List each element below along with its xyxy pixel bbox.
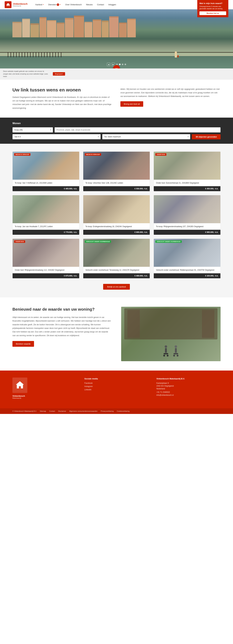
property-address: Te koop: Utrechtse Veer 12B, 2311NC Leid… (85, 182, 148, 184)
footer-logo-col: Makelaardij Vinkenbosch Makelaardij (12, 378, 77, 399)
property-address: Onder bod: Duinzichtstraat 21, 2341BW Oe… (156, 182, 218, 184)
waarde-title: Benieuwd naar de waarde van uw woning? (12, 307, 112, 312)
footer-instagram-link[interactable]: Instagram (84, 385, 149, 388)
property-card[interactable]: Nieuw in verkoop Te koop: Utrechtse Veer… (83, 152, 150, 191)
property-image: Onder bod (154, 152, 221, 180)
chevron-down-icon: ▼ (43, 4, 44, 5)
property-card[interactable]: Te koop: Rhijngeesterstraatweg 107, 2341… (154, 195, 221, 235)
logo-text-area: Vinkenbosch Makelaardij (13, 2, 27, 7)
property-address: Te koop: Endegeesterstraatweg 18, 2342AK… (85, 225, 148, 228)
footer-linkedin-link[interactable]: LinkedIn (84, 388, 149, 391)
footer-disclaimer-link[interactable]: Disclaimer (58, 410, 66, 412)
property-price: € 469.000,- k.k. (83, 273, 150, 278)
footer-brand-name: Vinkenbosch (12, 395, 77, 397)
property-badge: Nieuw in verkoop (14, 153, 30, 156)
search-row-2: Van € 0 ▼ Tot. Geen maximum ▼ 39 objecte… (12, 134, 221, 140)
property-card[interactable]: Verkocht onder voorbehoud Verkocht onder… (154, 238, 221, 278)
hero-dot-4[interactable] (125, 64, 126, 65)
notification-text: Ontvangt binnen 5 minuten een geschatte … (200, 6, 226, 10)
footer-bottom: © Vinkenbosch Makelaardij B.V. Sitemap C… (0, 408, 233, 414)
property-image (83, 195, 150, 223)
property-price: € 550.000,- k.k. (83, 186, 150, 191)
search-section: Wonen Koop (39) ▼ Van € 0 ▼ Tot. Geen ma… (0, 118, 233, 144)
waarde-image (121, 307, 221, 361)
property-address: Te koop: Jan van Houtkade 7, 2311PC Leid… (15, 225, 77, 228)
footer-facebook-link[interactable]: Facebook (84, 382, 149, 384)
hero-dot-2[interactable] (119, 64, 121, 65)
search-type-select[interactable]: Koop (39) (12, 127, 53, 132)
search-results-button[interactable]: 39 objecten gevonden (192, 134, 221, 140)
house-icon (6, 3, 10, 7)
notification-title: Wat is mijn huis waard? (200, 2, 226, 4)
property-card[interactable]: Onder bod Onder bod: Duinzichtstraat 21,… (154, 152, 221, 191)
footer-social-title: Sociale media (84, 378, 149, 380)
search-price-from-select[interactable]: Van € 0 (12, 134, 101, 140)
hero-image (0, 9, 233, 68)
footer-grid: Makelaardij Vinkenbosch Makelaardij Soci… (12, 378, 221, 399)
footer-logo-box: Makelaardij (12, 378, 27, 393)
property-card[interactable]: Nieuw in verkoop Te koop: Van 't Hoffstr… (12, 152, 79, 191)
property-price: € 875.000,- k.k. (12, 273, 79, 278)
bekijk-row: Bekijk al ons aanbod (12, 284, 221, 290)
bekijk-aanbod-button[interactable]: Bekijk al ons aanbod (103, 284, 130, 290)
property-badge: Nieuw in verkoop (85, 153, 101, 156)
nav-nieuws[interactable]: Nieuws (86, 4, 93, 6)
copyright-text: © Vinkenbosch Makelaardij B.V. (12, 410, 37, 412)
footer-sitemap-link[interactable]: Sitemap (40, 410, 46, 412)
footer-address: Kastanjelaan 9 (156, 382, 221, 384)
nav-diensten[interactable]: Diensten 9 ▼ (48, 4, 61, 6)
hero-prev-button[interactable]: ◀ (107, 63, 110, 66)
search-row-1: Koop (39) ▼ (12, 127, 221, 132)
footer-contact-link[interactable]: Contact (49, 410, 55, 412)
property-image: Onder bod (12, 239, 79, 267)
bereken-waarde-button[interactable]: Bereken waarde (12, 341, 34, 347)
notification-calc-button[interactable]: Bereken het nu (200, 11, 226, 15)
footer-company-title: Vinkenbosch Makelaardij B.V. (156, 378, 221, 380)
property-info: Te koop: Endegeesterstraatweg 18, 2342AK… (83, 223, 150, 230)
property-price: € 465.000,- k.k. (12, 186, 79, 191)
property-price: € 450.000,- k.k. (154, 186, 221, 191)
nav-aanbod[interactable]: Aanbod ▼ (35, 4, 44, 6)
property-info: Verkocht onder voorbehoud: Terweeweg 12,… (83, 267, 150, 273)
nav-over[interactable]: Over Vinkenbosch (65, 4, 82, 6)
cookie-bar: Deze website maakt gebruik van cookies o… (0, 68, 233, 80)
footer-phone: +31 71 2340022 (156, 391, 221, 393)
waarde-text: Altijd interessant om te weten: de waard… (12, 316, 112, 337)
property-image (12, 195, 79, 223)
property-address: Onder bod: Rhijngeesterstraatweg 112, 23… (15, 269, 77, 272)
footer-social-col: Sociale media Facebook Instagram LinkedI… (84, 378, 149, 399)
cookie-accept-button[interactable]: Begrepen! (53, 72, 65, 76)
property-badge: Verkocht onder voorbehoud (155, 240, 182, 243)
property-address: Verkocht onder voorbehoud: Ridderspoorla… (156, 269, 218, 272)
property-card[interactable]: Te koop: Endegeesterstraatweg 18, 2342AK… (83, 195, 150, 235)
property-card[interactable]: Te koop: Jan van Houtkade 7, 2311PC Leid… (12, 195, 79, 235)
search-price-to-select[interactable]: Tot. Geen maximum (102, 134, 191, 140)
footer-algemene-link[interactable]: Algemene consumentenvoorwaarden (69, 410, 98, 412)
hero-dot-3[interactable] (122, 64, 123, 65)
hero-section: ◀ ▶ (0, 9, 233, 68)
logo-subtitle: Makelaardij (13, 5, 27, 7)
intro-left-text: Gebeid Oegstgeest-Leiden-Warmond vormt V… (12, 95, 113, 110)
footer-country: Nederland (156, 388, 221, 390)
property-card[interactable]: Verkocht onder voorbehoud Verkocht onder… (83, 238, 150, 278)
search-location-input[interactable] (54, 127, 221, 132)
property-price: € 695.000,- k.k. (83, 230, 150, 235)
property-card[interactable]: Onder bod Onder bod: Rhijngeesterstraatw… (12, 238, 79, 278)
property-image: Nieuw in verkoop (83, 152, 150, 180)
notification-box: Wat is mijn huis waard? Ontvangt binnen … (197, 0, 228, 17)
nav-inloggen[interactable]: Inloggen (108, 4, 116, 6)
property-price: € 325.000,- k.k. (154, 273, 221, 278)
property-price: € 779.000,- k.k. (12, 230, 79, 235)
logo-brand: Vinkenbosch (13, 2, 27, 5)
breng-bod-button[interactable]: Breng een bod uit (120, 101, 143, 107)
property-info: Te koop: Jan van Houtkade 7, 2311PC Leid… (12, 223, 79, 230)
logo-area[interactable]: Vinkenbosch Makelaardij (5, 1, 27, 8)
property-address: Verkocht onder voorbehoud: Terweeweg 12,… (85, 269, 148, 272)
search-title: Wonen (12, 122, 221, 125)
footer-privacy-link[interactable]: Privacyverklaring (101, 410, 114, 412)
footer-cookie-link[interactable]: Cookieverklaring (117, 410, 130, 412)
property-info: Verkocht onder voorbehoud: Ridderspoorla… (154, 267, 221, 273)
footer-email-link[interactable]: info@vinkenbosch.nl (156, 394, 174, 396)
intro-right: delen. Wij kennen en houden van ons werk… (120, 87, 221, 107)
nav-contact[interactable]: Contact (97, 4, 104, 6)
